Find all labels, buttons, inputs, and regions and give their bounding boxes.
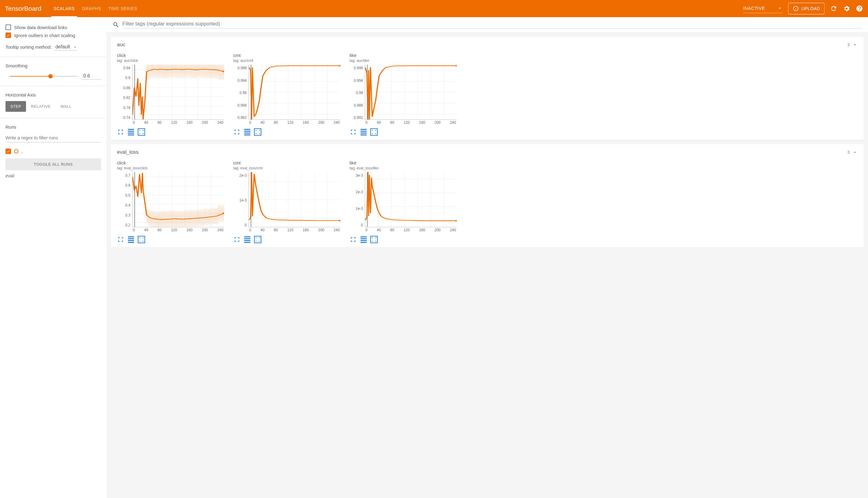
run-category-label: eval/: [5, 173, 101, 178]
svg-point-26: [256, 241, 257, 242]
help-icon[interactable]: [856, 5, 863, 12]
gear-icon[interactable]: [843, 5, 850, 12]
tooltip-sort-select[interactable]: default: [55, 43, 78, 51]
fit-domain-icon[interactable]: [254, 128, 261, 136]
chevron-up-icon: [852, 149, 858, 155]
category-auc: auc 3 click tag: auc/click 0.940.90.860.…: [111, 37, 864, 140]
horizontal-axis-label: Horizontal Axis: [5, 92, 101, 97]
x-axis: 04080120160200240: [132, 228, 224, 233]
runs-label: Runs: [5, 124, 101, 130]
ignore-outliers-checkbox[interactable]: [5, 32, 11, 38]
info-icon: [793, 5, 799, 12]
fullscreen-icon[interactable]: [117, 128, 124, 136]
y-axis: 0.9980.9940.990.9860.982: [350, 65, 365, 126]
svg-point-7: [143, 133, 144, 134]
category-header[interactable]: eval_loss 3: [111, 144, 864, 160]
plot-area: [365, 65, 457, 120]
category-eval_loss: eval_loss 3 click tag: eval_loss/click 0…: [111, 144, 864, 248]
run-row[interactable]: .: [5, 148, 101, 154]
chart-tag: tag: eval_loss/like: [350, 166, 457, 170]
svg-point-31: [372, 241, 373, 242]
chart-title: like: [350, 53, 457, 58]
filter-bar: [107, 17, 868, 32]
chart-tag: tag: auc/click: [117, 58, 224, 63]
fit-domain-icon[interactable]: [138, 128, 145, 136]
category-header[interactable]: auc 3: [111, 37, 864, 53]
fullscreen-icon[interactable]: [350, 236, 357, 243]
svg-point-5: [143, 130, 144, 131]
divider: [0, 57, 107, 57]
chart-tag: tag: eval_loss/click: [117, 166, 224, 170]
x-axis: 04080120160200240: [132, 120, 224, 126]
smoothing-input[interactable]: [83, 73, 101, 80]
tooltip-sort-label: Tooltip sorting method:: [5, 44, 52, 50]
fit-domain-icon[interactable]: [254, 236, 261, 243]
chart-plot[interactable]: 3e-32e-31e-30 04080120160200240: [350, 172, 457, 233]
chart-plot[interactable]: 2e-31e-30 04080120160200240: [233, 172, 340, 233]
toggle-y-axis-icon[interactable]: [244, 128, 251, 136]
toggle-all-runs-button[interactable]: TOGGLE ALL RUNS: [5, 158, 101, 170]
fullscreen-icon[interactable]: [117, 236, 124, 243]
fullscreen-icon[interactable]: [233, 236, 241, 243]
chart-tag: tag: auc/like: [350, 58, 457, 63]
chart-tag: tag: eval_loss/cmt: [233, 166, 340, 170]
chart-plot[interactable]: 0.9980.9940.990.9860.982 040801201602002…: [350, 65, 457, 126]
svg-point-12: [259, 133, 260, 134]
chart-title: like: [350, 160, 457, 166]
fit-domain-icon[interactable]: [370, 236, 378, 243]
svg-point-23: [339, 220, 340, 221]
chart-auc-cmt: cmt tag: auc/cmt 0.9980.9940.990.9860.98…: [233, 53, 340, 136]
smoothing-slider[interactable]: [10, 76, 78, 77]
inactive-dropdown[interactable]: INACTIVE: [743, 4, 783, 13]
fit-domain-icon[interactable]: [138, 236, 145, 243]
chart-plot[interactable]: 0.9980.9940.990.9860.982 040801201602002…: [233, 65, 340, 126]
fullscreen-icon[interactable]: [233, 128, 241, 136]
axis-wall-button[interactable]: WALL: [55, 101, 76, 112]
tab-graphs[interactable]: GRAPHS: [82, 0, 101, 17]
x-axis: 04080120160200240: [365, 228, 457, 233]
svg-point-9: [256, 130, 257, 131]
axis-relative-button[interactable]: RELATIVE: [26, 101, 55, 112]
plot-area: [248, 65, 340, 120]
chart-controls: [117, 128, 224, 136]
fit-domain-icon[interactable]: [370, 128, 378, 136]
svg-point-29: [372, 237, 373, 238]
tab-scalars[interactable]: SCALARS: [54, 0, 75, 17]
category-title: eval_loss: [117, 149, 847, 155]
run-color-swatch: [14, 149, 18, 154]
toggle-y-axis-icon[interactable]: [244, 236, 251, 243]
run-checkbox[interactable]: [5, 148, 11, 154]
category-body: click tag: auc/click 0.940.90.860.820.78…: [111, 53, 864, 140]
toggle-y-axis-icon[interactable]: [360, 236, 367, 243]
plot-area: [248, 172, 340, 227]
sidebar: Show data download links Ignore outliers…: [0, 17, 107, 498]
category-body: click tag: eval_loss/click 0.70.60.50.40…: [111, 160, 864, 248]
svg-point-14: [372, 130, 373, 131]
toggle-y-axis-icon[interactable]: [360, 128, 367, 136]
fullscreen-icon[interactable]: [350, 128, 357, 136]
svg-point-4: [139, 130, 140, 131]
y-axis: 0.940.90.860.820.780.74: [117, 65, 132, 126]
x-axis: 04080120160200240: [365, 120, 457, 126]
app-logo: TensorBoard: [5, 5, 41, 12]
svg-point-28: [456, 220, 457, 221]
main-content: auc 3 click tag: auc/click 0.940.90.860.…: [107, 17, 868, 498]
upload-button[interactable]: UPLOAD: [788, 3, 825, 14]
show-download-checkbox[interactable]: [5, 25, 11, 30]
chart-plot[interactable]: 0.940.90.860.820.780.74 0408012016020024…: [117, 65, 224, 126]
svg-point-25: [259, 237, 260, 238]
toggle-y-axis-icon[interactable]: [127, 128, 135, 136]
chart-title: click: [117, 160, 224, 166]
category-count: 3: [847, 150, 850, 155]
tag-filter-input[interactable]: [122, 21, 862, 28]
svg-point-17: [375, 133, 376, 134]
axis-step-button[interactable]: STEP: [5, 101, 26, 112]
app-header: TensorBoard SCALARS GRAPHS TIME SERIES I…: [0, 0, 868, 17]
refresh-icon[interactable]: [830, 5, 837, 12]
chart-eval_loss-click: click tag: eval_loss/click 0.70.60.50.40…: [117, 160, 224, 243]
chevron-down-icon: [72, 45, 78, 50]
chart-plot[interactable]: 0.70.60.50.40.30.2 04080120160200240: [117, 172, 224, 233]
runs-filter-input[interactable]: [5, 133, 101, 142]
toggle-y-axis-icon[interactable]: [127, 236, 135, 243]
tab-time-series[interactable]: TIME SERIES: [108, 0, 137, 17]
